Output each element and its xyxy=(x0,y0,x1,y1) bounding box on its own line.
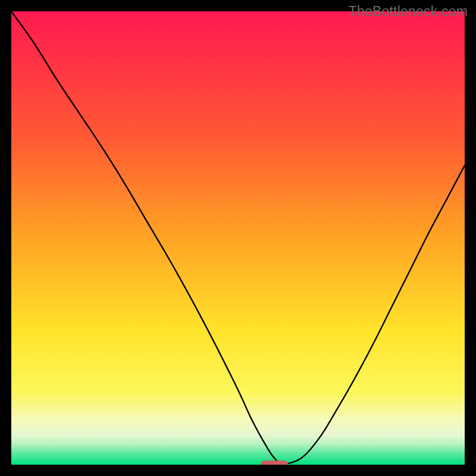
watermark-label: TheBottleneck.com xyxy=(349,4,468,20)
optimal-marker xyxy=(261,461,288,465)
chart-frame: TheBottleneck.com xyxy=(0,0,476,476)
plot-area xyxy=(11,11,465,465)
chart-svg xyxy=(11,11,465,465)
gradient-background xyxy=(11,11,465,465)
